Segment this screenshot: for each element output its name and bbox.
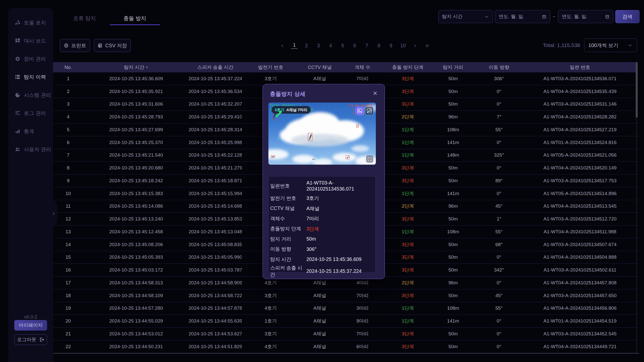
table-cell: A1-WT04-A-20241025134504.888 <box>522 251 638 264</box>
page-size-select[interactable]: 100개씩 보기 <box>584 38 637 52</box>
direction-arrow-icon <box>275 109 284 118</box>
table-row[interactable]: 202024-10-25 13:44:55.0292024-10-25 13:4… <box>53 315 638 328</box>
horizontal-scrollbar[interactable] <box>53 353 639 354</box>
vertical-scrollbar <box>636 62 638 353</box>
sidebar-item-stats[interactable]: 통계 <box>8 127 53 135</box>
sidebar-item-history[interactable]: 탐지 이력 <box>8 73 53 81</box>
pagination-page-10[interactable]: 10 <box>400 43 406 49</box>
sidebar-item-system[interactable]: 시스템 관리 <box>8 91 53 99</box>
sidebar-item-dashboard[interactable]: 대시 보드 <box>8 36 53 45</box>
table-cell: 6마리 <box>340 340 385 353</box>
close-button[interactable] <box>372 90 379 97</box>
pagination-page-6[interactable]: 6 <box>351 43 358 49</box>
table-cell: 3단계 <box>385 98 430 111</box>
sidebar-item-topology[interactable]: 토폴 로지 <box>8 18 53 27</box>
tab-collision-prevention[interactable]: 충돌 방지 <box>110 12 160 25</box>
column-header[interactable]: 탐지 거리 <box>430 62 476 72</box>
table-cell: 50m <box>430 213 476 225</box>
table-cell: 2024-10-25 13:44:57.280 <box>83 302 189 315</box>
table-cell: 2024-10-25 13:45:27.699 <box>83 123 189 136</box>
pagination-page-5[interactable]: 5 <box>339 43 346 49</box>
close-icon <box>373 91 378 96</box>
date-to-input[interactable]: 연도. 월. 일. <box>558 10 613 23</box>
column-header[interactable]: 탐지 시간▼ <box>83 62 189 72</box>
column-header[interactable]: 일련 번호 <box>522 62 638 72</box>
table-cell: 13 <box>53 225 83 238</box>
table-cell: A1-WT01-A-20241025134454.519 <box>522 315 638 327</box>
hide-detection-image-button[interactable] <box>365 107 374 115</box>
table-cell: 3단계 <box>385 340 430 353</box>
pagination-page-8[interactable]: 8 <box>376 43 382 49</box>
table-cell: 141m <box>430 136 476 149</box>
table-cell: 3 <box>53 98 83 111</box>
fullscreen-button[interactable] <box>366 155 373 163</box>
pagination-page-9[interactable]: 9 <box>388 43 394 49</box>
pagination-next[interactable]: › <box>412 42 418 49</box>
table-cell: 2024-10-25 13:44:55.029 <box>83 315 189 327</box>
table-row[interactable]: 222024-10-25 13:44:50.2312024-10-25 13:4… <box>53 340 638 353</box>
pagination-last[interactable]: » <box>424 42 430 49</box>
date-from-input[interactable]: 연도. 월. 일. <box>495 10 550 23</box>
sidebar-item-users[interactable]: 사용자 관리 <box>8 145 53 154</box>
bird-bounding-box <box>308 133 312 141</box>
pagination-page-3[interactable]: 3 <box>315 43 322 49</box>
table-cell: 2024-10-25 13:44:58.909 <box>189 277 242 289</box>
table-cell: 2024-10-25 13:45:03.172 <box>83 264 189 276</box>
column-header[interactable]: 객체 수 <box>340 62 385 72</box>
pagination-prev[interactable]: ‹ <box>279 42 286 49</box>
csv-label: CSV 저장 <box>105 42 127 49</box>
table-row[interactable]: 12024-10-25 13:45:36.6092024-10-25 13:45… <box>53 72 638 85</box>
table-cell: 0° <box>476 98 522 111</box>
table-cell: A1-WT04-A-20241025134511.988 <box>522 225 638 238</box>
sidebar-item-equipment[interactable]: 장비 관리 <box>8 55 53 63</box>
table-cell: 3마리 <box>340 302 385 315</box>
show-detection-image-button[interactable] <box>355 107 364 115</box>
sort-desc-icon: ▼ <box>145 66 148 69</box>
print-button[interactable]: 프린트 <box>60 39 90 52</box>
table-cell: A1-WT04-A-20241025134456.806 <box>522 302 638 315</box>
date-from-placeholder: 연도. 월. 일. <box>499 13 524 20</box>
column-header[interactable]: 발전기 번호 <box>242 62 300 72</box>
mypage-button[interactable]: 마이페이지 <box>14 320 47 331</box>
sidebar-item-logs[interactable]: 로그 관리 <box>8 109 53 117</box>
detection-type-select[interactable]: 탐지 시간 <box>438 10 493 23</box>
column-header-label: 이동 방향 <box>489 64 509 71</box>
tab-bird-detection[interactable]: 조류 탐지 <box>59 12 110 25</box>
column-header[interactable]: 이동 방향 <box>476 62 522 72</box>
detail-field-row: 이동 방향306° <box>270 244 374 254</box>
csv-save-button[interactable]: CSV 저장 <box>94 39 131 52</box>
search-button[interactable]: 검색 <box>615 10 639 23</box>
table-cell: A1-WT03-A-20241025134531.146 <box>522 98 638 111</box>
table-row[interactable]: 212024-10-25 13:44:53.0122024-10-25 13:4… <box>53 328 638 340</box>
column-header[interactable]: 충돌 방지 단계 <box>385 62 430 72</box>
table-cell: 3단계 <box>385 213 430 225</box>
table-cell: 2024-10-25 13:45:37.224 <box>189 72 242 85</box>
sidebar-item-label: 탐지 이력 <box>24 74 46 80</box>
column-header[interactable]: 스피커 송출 시간 <box>189 62 242 72</box>
table-cell: 50m <box>430 98 476 111</box>
dashboard-icon <box>15 38 20 43</box>
result-summary: Total: 1,115,538 100개씩 보기 <box>543 38 637 52</box>
table-cell: 16 <box>53 264 83 276</box>
table-cell: 14 <box>53 238 83 251</box>
table-cell: 45° <box>476 200 522 213</box>
table-row[interactable]: 182024-10-25 13:44:58.1092024-10-25 13:4… <box>53 289 638 302</box>
table-cell: 50m <box>430 264 476 276</box>
column-header[interactable]: No. <box>53 62 83 72</box>
collision-detail-modal: 충돌방지 상세 Total objects: 7 Average directi… <box>263 84 385 279</box>
logout-button[interactable]: 로그아웃 <box>14 334 47 345</box>
table-cell: 1단계 <box>385 315 430 327</box>
sidebar-item-label: 장비 관리 <box>24 56 46 62</box>
pagination-page-1[interactable]: 1 <box>291 42 298 49</box>
table-cell: 50m <box>430 340 476 353</box>
pagination-page-2[interactable]: 2 <box>303 43 310 49</box>
column-header[interactable]: CCTV 채널 <box>300 62 340 72</box>
table-cell: 7마리 <box>340 328 385 340</box>
table-cell: 3호기 <box>242 289 300 302</box>
table-cell: A채널 <box>300 289 340 302</box>
pagination-page-7[interactable]: 7 <box>364 43 370 49</box>
pagination-page-4[interactable]: 4 <box>327 43 334 49</box>
vertical-scrollbar-thumb[interactable] <box>636 62 638 118</box>
table-cell: 2024-10-25 13:45:28.793 <box>83 111 189 123</box>
table-row[interactable]: 192024-10-25 13:44:57.2802024-10-25 13:4… <box>53 302 638 315</box>
